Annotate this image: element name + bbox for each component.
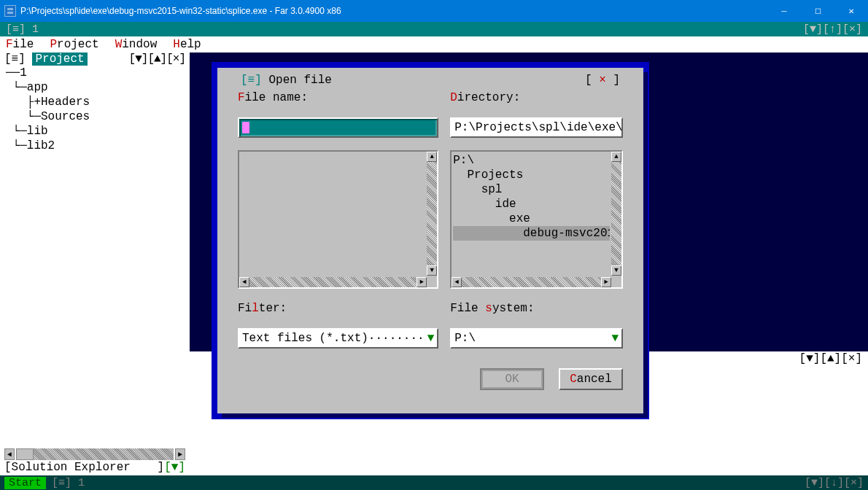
tree-row[interactable]: ├+Headers bbox=[6, 95, 184, 109]
scroll-up-icon[interactable]: ▲ bbox=[611, 152, 621, 162]
tree-row[interactable]: └─Sources bbox=[6, 109, 184, 124]
panel-footer-dropdown-icon[interactable]: [▼] bbox=[164, 461, 185, 474]
tree-row[interactable]: └─app bbox=[6, 80, 184, 95]
filename-input[interactable] bbox=[238, 117, 438, 138]
directory-label: Directory: bbox=[450, 91, 623, 112]
top-status-bar: [≡] 1 [▼][↑][×] bbox=[0, 22, 868, 36]
dirs-horizontal-scrollbar[interactable]: ◄► bbox=[452, 277, 621, 287]
menu-project[interactable]: Project bbox=[50, 38, 98, 51]
window-title: P:\Projects\spl\ide\exe\debug-msvc2015-w… bbox=[20, 6, 767, 16]
top-status-right[interactable]: [▼][↑][×] bbox=[803, 23, 862, 36]
scroll-up-icon[interactable]: ▲ bbox=[427, 152, 437, 162]
files-horizontal-scrollbar[interactable]: ◄► bbox=[239, 277, 437, 287]
filter-label: Filter: bbox=[238, 302, 438, 322]
app-icon bbox=[4, 5, 16, 17]
window-maximize-button[interactable]: ☐ bbox=[801, 0, 834, 22]
scroll-down-icon[interactable]: ▼ bbox=[427, 265, 437, 276]
panel-title: Project bbox=[32, 52, 87, 66]
window-close-button[interactable]: ✕ bbox=[834, 0, 868, 22]
dir-tree-row[interactable]: ide bbox=[453, 198, 516, 211]
window-titlebar: P:\Projects\spl\ide\exe\debug-msvc2015-w… bbox=[0, 0, 868, 22]
dir-tree-row[interactable]: Projects bbox=[453, 168, 523, 182]
panel-menu-icon[interactable]: [≡] bbox=[4, 52, 26, 66]
files-vertical-scrollbar[interactable]: ▲▼ bbox=[427, 152, 437, 276]
ok-button[interactable]: OK bbox=[480, 368, 544, 390]
open-file-dialog: [≡] Open file [ × ] File name: Directory… bbox=[212, 62, 649, 419]
dialog-close-button[interactable]: [ × ] bbox=[585, 74, 620, 87]
filesystem-label: File system: bbox=[450, 302, 623, 322]
bottom-status-right[interactable]: [▼][↓][×] bbox=[805, 477, 864, 489]
menu-bar: File Project Window Help bbox=[0, 36, 868, 52]
filesystem-combobox[interactable]: P:\▼ bbox=[450, 328, 623, 349]
dir-tree-row[interactable]: debug-msvc2015-win32-st bbox=[453, 226, 610, 241]
bottom-status-bar: Start [≡] 1 [▼][↓][×] bbox=[0, 475, 868, 490]
tree-row[interactable]: └─lib2 bbox=[6, 139, 184, 153]
dir-tree-row[interactable]: spl bbox=[453, 183, 502, 196]
scroll-thumb[interactable] bbox=[16, 448, 34, 460]
panel-title-buttons[interactable]: [▼][▲][×] bbox=[129, 52, 185, 66]
dropdown-icon[interactable]: ▼ bbox=[425, 332, 435, 345]
dir-tree-row[interactable]: exe bbox=[453, 212, 530, 225]
filename-label: File name: bbox=[238, 91, 438, 112]
dir-tree-row[interactable]: P:\ bbox=[453, 154, 474, 167]
scroll-left-icon[interactable]: ◄ bbox=[4, 448, 15, 460]
filter-combobox[interactable]: Text files (*.txt)········▼ bbox=[238, 328, 438, 349]
dialog-menu-icon[interactable]: [≡] bbox=[241, 74, 262, 87]
solution-explorer-panel: [≡] Project [▼][▲][×] ──1 └─app ├+Header… bbox=[0, 52, 190, 475]
dialog-title: Open file bbox=[268, 74, 331, 87]
scroll-right-icon[interactable]: ► bbox=[175, 448, 185, 460]
files-listbox[interactable]: ▲▼ ◄► bbox=[238, 150, 438, 289]
panel-footer-close: ] bbox=[158, 461, 165, 474]
top-status-left[interactable]: [≡] 1 bbox=[6, 23, 39, 36]
dropdown-icon[interactable]: ▼ bbox=[608, 332, 619, 345]
start-button[interactable]: Start bbox=[4, 477, 46, 489]
tree-row[interactable]: └─lib bbox=[6, 124, 184, 139]
cancel-button[interactable]: Cancel bbox=[559, 368, 623, 390]
directory-input[interactable]: P:\Projects\spl\ide\exe\debu bbox=[450, 117, 623, 138]
editor-status-buttons[interactable]: [▼][▲][×] bbox=[799, 352, 862, 365]
bottom-status-segment[interactable]: [≡] 1 bbox=[52, 477, 85, 489]
directory-tree-listbox[interactable]: P:\ Projects spl ide exe debug-msvc2015-… bbox=[450, 150, 623, 289]
project-tree[interactable]: ──1 └─app ├+Headers └─Sources └─lib └─li… bbox=[4, 66, 185, 155]
menu-help[interactable]: Help bbox=[173, 38, 201, 51]
scroll-left-icon[interactable]: ◄ bbox=[452, 277, 462, 287]
scroll-left-icon[interactable]: ◄ bbox=[239, 277, 249, 287]
tree-row[interactable]: ──1 bbox=[6, 66, 184, 80]
menu-file[interactable]: File bbox=[6, 38, 34, 51]
text-caret bbox=[242, 122, 249, 133]
panel-footer-label: [Solution Explorer bbox=[4, 461, 131, 474]
scroll-right-icon[interactable]: ► bbox=[601, 277, 611, 287]
menu-window[interactable]: Window bbox=[115, 38, 158, 51]
panel-horizontal-scrollbar[interactable]: ◄ ► bbox=[4, 448, 185, 461]
dirs-vertical-scrollbar[interactable]: ▲▼ bbox=[611, 152, 621, 276]
window-minimize-button[interactable]: ─ bbox=[767, 0, 801, 22]
scroll-right-icon[interactable]: ► bbox=[416, 277, 427, 287]
scroll-down-icon[interactable]: ▼ bbox=[611, 265, 621, 276]
